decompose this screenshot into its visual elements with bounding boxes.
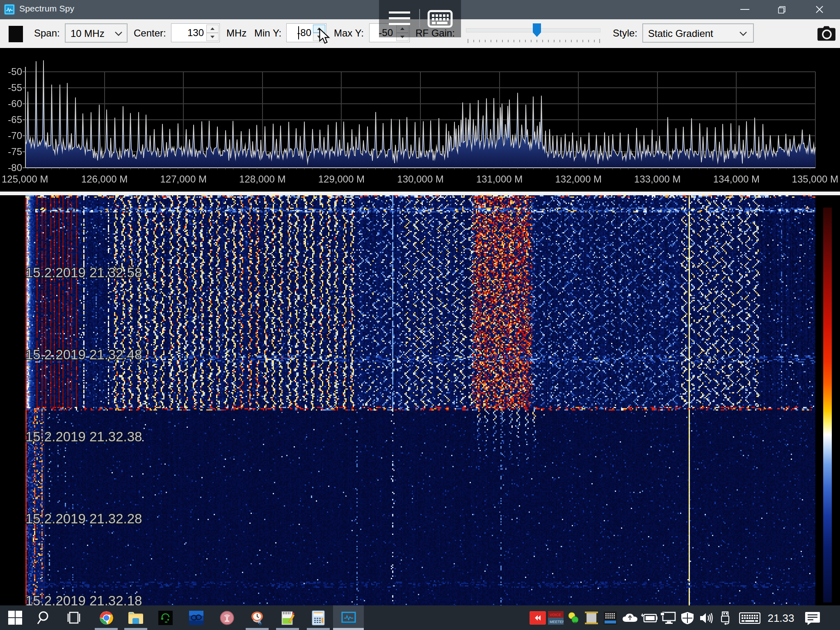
svg-text:o: o (259, 621, 262, 625)
svg-text:MEETER: MEETER (550, 620, 564, 624)
svg-text:VOICE: VOICE (550, 613, 561, 617)
